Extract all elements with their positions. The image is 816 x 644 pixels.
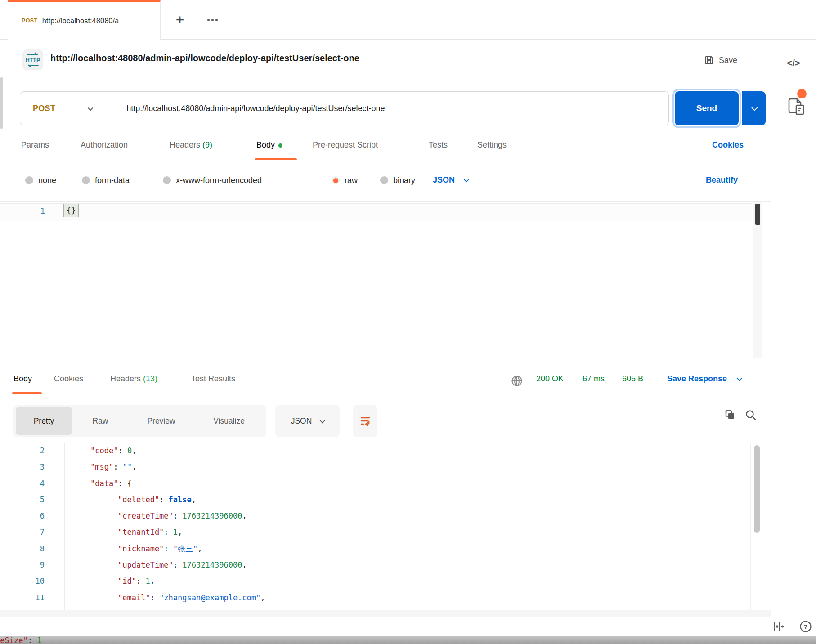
- response-active-tab-underline: [12, 392, 42, 394]
- response-code-lines[interactable]: 2"code": 0,3"msg": "",4"data": {5"delete…: [0, 443, 747, 610]
- view-pretty[interactable]: Pretty: [16, 407, 72, 435]
- svg-text:?: ?: [803, 623, 807, 631]
- save-icon: [704, 55, 714, 66]
- new-tab-button[interactable]: +: [171, 10, 189, 30]
- request-title: http://localhost:48080/admin-api/lowcode…: [50, 53, 359, 63]
- svg-text:HTTP: HTTP: [26, 57, 40, 63]
- send-options-button[interactable]: [742, 91, 766, 125]
- chevron-down-icon: [737, 376, 743, 381]
- save-response-button[interactable]: Save Response: [667, 374, 741, 384]
- code-line: 6"createTime": 1763214396000,: [0, 508, 747, 524]
- tab-method-badge: POST: [22, 18, 38, 24]
- body-language-select[interactable]: JSON: [433, 175, 468, 185]
- split-pane-icon[interactable]: [773, 620, 786, 633]
- tab-tests[interactable]: Tests: [429, 140, 448, 150]
- chevron-down-icon: [464, 177, 470, 183]
- radio-icon[interactable]: [380, 176, 388, 184]
- active-tab-underline: [255, 158, 297, 160]
- wrap-text-icon: [359, 415, 371, 427]
- code-line: 10"id": 1,: [0, 573, 747, 589]
- tab-authorization[interactable]: Authorization: [81, 140, 128, 150]
- tabbar-border: [0, 39, 8, 40]
- tab-headers[interactable]: Headers (9): [170, 140, 212, 150]
- code-line: 5"deleted": false,: [0, 492, 747, 508]
- help-icon[interactable]: ?: [799, 620, 812, 633]
- view-visualize[interactable]: Visualize: [194, 407, 264, 435]
- response-hscrollbar-track[interactable]: [0, 610, 771, 617]
- headers-count: (9): [202, 140, 212, 149]
- save-label: Save: [719, 56, 737, 65]
- request-tab[interactable]: POST http://localhost:48080/a: [8, 0, 161, 40]
- mode-binary[interactable]: binary: [380, 175, 415, 185]
- indent-guide: [92, 492, 92, 610]
- http-protocol-icon: HTTP: [22, 49, 43, 70]
- view-preview[interactable]: Preview: [129, 407, 194, 435]
- radio-icon[interactable]: [82, 176, 90, 184]
- url-input-container: POST http://localhost:48080/admin-api/lo…: [20, 91, 669, 125]
- editor-top-border: [0, 201, 771, 202]
- view-raw[interactable]: Raw: [72, 407, 129, 435]
- code-line: 11"email": "zhangsan@example.com",: [0, 590, 747, 606]
- editor-scrollbar-track: [753, 202, 762, 358]
- beautify-link[interactable]: Beautify: [706, 175, 738, 185]
- editor-body-text[interactable]: {}: [63, 204, 79, 217]
- tab-params[interactable]: Params: [21, 140, 49, 150]
- response-time: 67 ms: [583, 374, 605, 384]
- editor-line-number: 1: [27, 206, 45, 215]
- method-chevron-icon[interactable]: [88, 105, 94, 111]
- cookies-link[interactable]: Cookies: [712, 140, 744, 150]
- tab-pre-request-script[interactable]: Pre-request Script: [313, 140, 378, 150]
- code-line: 3"msg": "",: [0, 459, 747, 475]
- response-tab-body[interactable]: Body: [13, 374, 32, 384]
- mode-raw[interactable]: raw: [332, 175, 358, 185]
- notification-dot: [797, 89, 807, 98]
- search-response-button[interactable]: [743, 407, 758, 423]
- tab-url-label: http://localhost:48080/a: [42, 17, 119, 25]
- globe-icon: [511, 375, 523, 389]
- code-line: 12"username": "zhangsan",: [0, 606, 747, 610]
- response-tab-test-results[interactable]: Test Results: [191, 374, 235, 384]
- tab-body[interactable]: Body: [256, 140, 282, 150]
- radio-icon[interactable]: [163, 176, 171, 184]
- mode-x-www-form-urlencoded[interactable]: x-www-form-urlencoded: [163, 175, 262, 185]
- response-section-divider: [0, 360, 771, 360]
- chevron-down-icon: [751, 105, 758, 111]
- response-tab-cookies[interactable]: Cookies: [54, 374, 83, 384]
- code-line: 9"updateTime": 1763214396000,: [0, 557, 747, 573]
- url-input[interactable]: http://localhost:48080/admin-api/lowcode…: [126, 104, 385, 113]
- tab-text-fade: [139, 4, 160, 40]
- editor-scrollbar-thumb[interactable]: [755, 204, 760, 225]
- send-button[interactable]: Send: [675, 91, 739, 125]
- response-scrollbar-thumb[interactable]: [754, 445, 760, 533]
- response-view-switcher: Pretty Raw Preview Visualize: [13, 405, 266, 437]
- console-value: 1: [37, 636, 41, 644]
- mode-form-data[interactable]: form-data: [82, 175, 130, 185]
- mode-none[interactable]: none: [25, 175, 56, 185]
- radio-selected-icon[interactable]: [332, 176, 340, 184]
- console-peek[interactable]: geSize": 1: [0, 636, 816, 644]
- code-snippet-icon[interactable]: </>: [781, 55, 806, 71]
- copy-icon: [724, 409, 736, 421]
- copy-response-button[interactable]: [722, 407, 738, 423]
- meta-divider: [661, 372, 661, 388]
- response-scrollbar-track: [750, 443, 751, 610]
- response-language-select[interactable]: JSON: [275, 405, 340, 437]
- chevron-down-icon: [320, 417, 326, 423]
- status-bar: [0, 617, 816, 636]
- body-modified-dot: [278, 143, 282, 148]
- save-button[interactable]: Save: [704, 52, 737, 68]
- tab-options-icon[interactable]: [202, 10, 222, 30]
- response-tab-headers[interactable]: Headers (13): [110, 374, 157, 384]
- code-line: 2"code": 0,: [0, 443, 747, 459]
- code-line: 7"tenantId": 1,: [0, 524, 747, 540]
- search-icon: [744, 409, 757, 421]
- tab-settings[interactable]: Settings: [477, 140, 507, 150]
- method-select[interactable]: POST: [33, 104, 55, 113]
- wrap-text-button[interactable]: [353, 405, 377, 437]
- right-rail-divider: [771, 40, 771, 617]
- status-badge: 200 OK: [536, 374, 564, 384]
- pane-scrollbar-thumb[interactable]: [0, 77, 3, 129]
- radio-icon[interactable]: [25, 176, 33, 184]
- code-line: 4"data": {: [0, 475, 747, 492]
- editor-current-line: [0, 203, 752, 221]
